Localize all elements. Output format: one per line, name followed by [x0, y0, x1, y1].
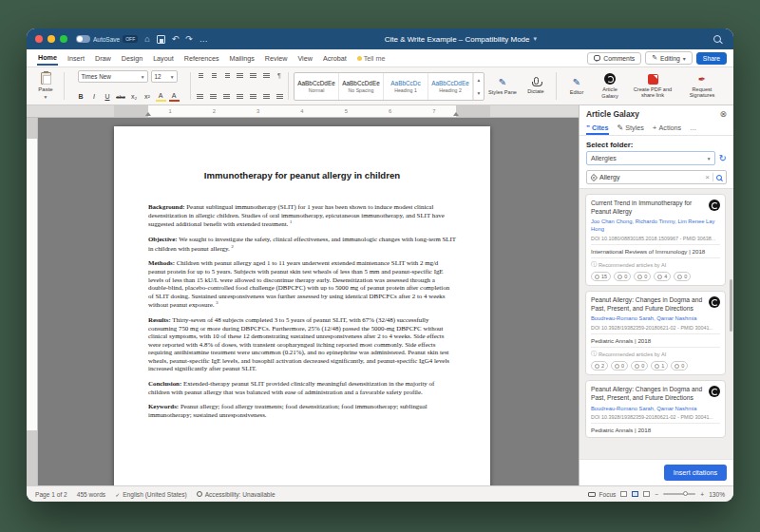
- readers-badge[interactable]: 0: [674, 272, 691, 281]
- tab-tell-me[interactable]: Tell me: [356, 51, 387, 65]
- numbering-icon[interactable]: [208, 70, 218, 81]
- citation-ref[interactable]: 2: [231, 244, 233, 249]
- tab-review[interactable]: Review: [264, 51, 289, 65]
- style-no-spacing[interactable]: AaBbCcDdEe No Spacing: [339, 73, 384, 100]
- tab-layout[interactable]: Layout: [152, 51, 175, 65]
- article-card[interactable]: Peanut Allergy: Changes in Dogma and Pas…: [585, 380, 726, 438]
- undo-icon[interactable]: ↶: [172, 34, 180, 44]
- document-page[interactable]: Immunotherapy for peanut allergy in chil…: [114, 126, 490, 485]
- comments-button[interactable]: Comments: [587, 52, 641, 65]
- web-layout-icon[interactable]: [643, 491, 650, 497]
- tab-cites[interactable]: ” Cites: [586, 124, 609, 135]
- font-name-select[interactable]: Times New ▾: [78, 70, 148, 83]
- search-submit-icon[interactable]: [716, 175, 722, 180]
- tab-mailings[interactable]: Mailings: [228, 51, 255, 65]
- clear-search-icon[interactable]: ×: [705, 173, 710, 181]
- show-paragraph-marks-icon[interactable]: ¶: [275, 72, 285, 79]
- tab-insert[interactable]: Insert: [66, 51, 86, 65]
- gallery-down-icon[interactable]: ▾: [478, 90, 481, 96]
- styles-pane-button[interactable]: ✎ Styles Pane: [487, 70, 518, 102]
- article-card[interactable]: Current Trend in Immunotherapy for Peanu…: [585, 194, 726, 286]
- align-center-icon[interactable]: [208, 91, 218, 102]
- dictate-button[interactable]: Dictate: [521, 70, 551, 102]
- print-layout-icon[interactable]: [632, 491, 638, 497]
- strikethrough-button[interactable]: abc: [116, 94, 126, 100]
- decrease-indent-icon[interactable]: [235, 70, 245, 81]
- superscript-button[interactable]: x²: [142, 93, 153, 100]
- tab-more[interactable]: …: [690, 124, 696, 135]
- tab-design[interactable]: Design: [121, 51, 143, 65]
- citations-badge[interactable]: 2: [591, 361, 608, 370]
- left-indent-marker[interactable]: [145, 112, 151, 116]
- tab-references[interactable]: References: [183, 51, 220, 65]
- redo-icon[interactable]: ↷: [185, 34, 193, 44]
- minimize-window-button[interactable]: [48, 35, 55, 43]
- zoom-slider[interactable]: [663, 493, 695, 495]
- tab-styles[interactable]: ✎ Styles: [618, 124, 644, 135]
- citations-badge[interactable]: 15: [591, 272, 611, 281]
- search-input[interactable]: Allergy ×: [586, 170, 727, 184]
- share-button[interactable]: Share: [696, 52, 727, 65]
- accessibility-status[interactable]: Accessibility: Unavailable: [197, 491, 276, 498]
- readers-badge[interactable]: 0: [671, 361, 688, 370]
- bold-button[interactable]: B: [76, 93, 86, 100]
- word-count[interactable]: 455 words: [77, 491, 105, 498]
- close-window-button[interactable]: [35, 35, 43, 43]
- increase-indent-icon[interactable]: [248, 70, 258, 81]
- request-signatures-button[interactable]: ✒ Request Signatures: [680, 70, 724, 102]
- refresh-icon[interactable]: ↻: [719, 154, 727, 163]
- paste-button[interactable]: Paste ▾: [32, 70, 59, 102]
- fullscreen-window-button[interactable]: [60, 35, 67, 43]
- align-right-icon[interactable]: [221, 91, 232, 102]
- close-panel-icon[interactable]: ⊗: [719, 110, 727, 119]
- home-icon[interactable]: ⌂: [144, 34, 149, 44]
- justify-icon[interactable]: [235, 91, 245, 102]
- article-galaxy-button[interactable]: Article Galaxy: [595, 70, 625, 102]
- article-galaxy-logo-icon[interactable]: [709, 296, 720, 308]
- zoom-percent[interactable]: 130%: [709, 491, 725, 498]
- shading-icon[interactable]: [261, 91, 272, 102]
- editing-mode-button[interactable]: ✎ Editing ▾: [645, 51, 693, 65]
- saves-badge[interactable]: 1: [651, 361, 668, 370]
- align-left-icon[interactable]: [195, 91, 205, 102]
- zoom-in-icon[interactable]: +: [700, 491, 704, 498]
- comments-badge[interactable]: 0: [614, 272, 631, 281]
- italic-button[interactable]: I: [89, 93, 100, 100]
- line-spacing-icon[interactable]: [248, 91, 258, 102]
- font-size-select[interactable]: 12 ▾: [151, 70, 178, 83]
- gallery-up-icon[interactable]: ▴: [478, 77, 481, 83]
- tab-acrobat[interactable]: Acrobat: [322, 51, 348, 65]
- article-galaxy-logo-icon[interactable]: [709, 386, 720, 397]
- subscript-button[interactable]: x₂: [129, 93, 140, 100]
- citation-ref[interactable]: 3: [216, 300, 218, 305]
- right-indent-marker[interactable]: [453, 112, 459, 116]
- page-indicator[interactable]: Page 1 of 2: [35, 491, 67, 498]
- font-color-button[interactable]: A: [169, 91, 180, 102]
- shares-badge[interactable]: 0: [631, 361, 648, 370]
- style-heading-1[interactable]: AaBbCcDc Heading 1: [384, 73, 428, 100]
- sort-icon[interactable]: [261, 70, 272, 81]
- saves-badge[interactable]: 4: [654, 272, 671, 281]
- search-icon[interactable]: [713, 35, 721, 43]
- autosave-toggle[interactable]: AutoSave OFF: [76, 35, 138, 43]
- tab-view[interactable]: View: [296, 51, 313, 65]
- shares-badge[interactable]: 0: [634, 272, 651, 281]
- results-scrollbar[interactable]: [730, 279, 732, 332]
- title-chevron-icon[interactable]: ▾: [534, 35, 538, 43]
- tab-actions[interactable]: + Actions: [653, 124, 681, 135]
- recommended-row[interactable]: ⓘ Recommended articles by AI: [591, 347, 720, 358]
- highlight-color-button[interactable]: A: [156, 91, 166, 102]
- editor-button[interactable]: ✎ Editor: [561, 70, 592, 102]
- save-icon[interactable]: [157, 35, 165, 44]
- tab-home[interactable]: Home: [37, 50, 58, 66]
- bullets-icon[interactable]: [195, 70, 205, 81]
- borders-icon[interactable]: [275, 91, 285, 102]
- language-selector[interactable]: ✓ English (United States): [115, 491, 186, 498]
- insert-citations-button[interactable]: Insert citations: [664, 465, 727, 481]
- comments-badge[interactable]: 0: [611, 361, 628, 370]
- article-card[interactable]: Peanut Allergy: Changes in Dogma and Pas…: [585, 291, 726, 375]
- focus-toggle[interactable]: Focus: [588, 491, 616, 498]
- folder-select[interactable]: Allergies ▾: [586, 151, 715, 165]
- create-pdf-button[interactable]: Create PDF and share link: [628, 70, 677, 102]
- style-heading-2[interactable]: AaBbCcDdEe Heading 2: [428, 73, 473, 100]
